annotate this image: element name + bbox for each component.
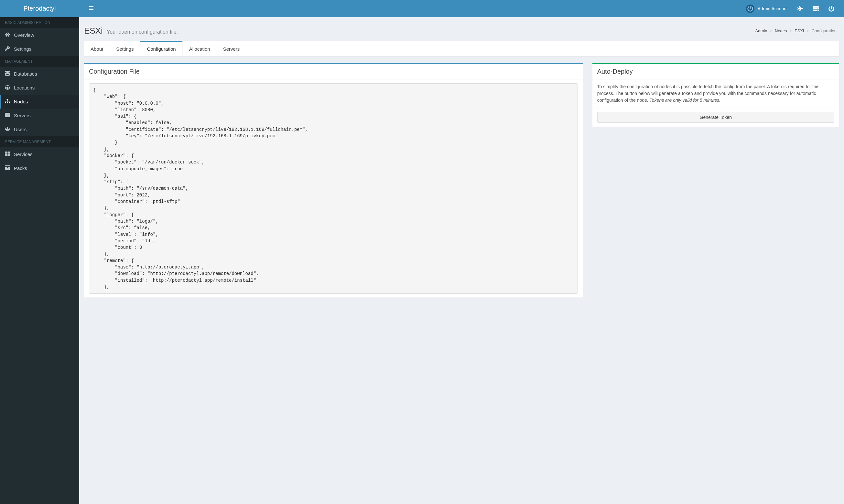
sidebar-item-label: Nodes: [14, 99, 28, 104]
wrench-icon: [5, 46, 10, 52]
sidebar-item-settings[interactable]: Settings: [0, 42, 79, 56]
users-icon: [5, 126, 10, 132]
config-file-title: Configuration File: [89, 68, 578, 75]
sidebar-item-nodes[interactable]: Nodes: [0, 95, 79, 109]
sidebar-item-locations[interactable]: Locations: [0, 81, 79, 95]
sidebar-item-label: Packs: [14, 165, 27, 171]
server-nav-button[interactable]: [808, 1, 824, 17]
auto-deploy-text: To simplify the configuration of nodes i…: [597, 83, 834, 104]
sidebar-item-label: Users: [14, 127, 27, 132]
sidebar-item-users[interactable]: Users: [0, 123, 79, 136]
sidebar-item-services[interactable]: Services: [0, 147, 79, 161]
tab-allocation[interactable]: Allocation: [183, 41, 217, 56]
home-icon: [5, 32, 10, 38]
brand-logo[interactable]: Pterodactyl: [0, 0, 79, 17]
breadcrumb-link[interactable]: Admin: [755, 29, 768, 33]
breadcrumb-item: Admin: [755, 29, 772, 33]
bars-icon: [89, 5, 93, 11]
sidebar-item-label: Databases: [14, 71, 37, 76]
auto-deploy-box: Auto-Deploy To simplify the configuratio…: [592, 63, 839, 127]
power-icon: [747, 6, 753, 12]
server-icon: [813, 6, 819, 12]
sidebar-item-label: Services: [14, 151, 33, 157]
user-name: Admin Account: [758, 6, 788, 11]
breadcrumb: AdminNodesESXiConfiguration: [755, 29, 839, 33]
sitemap-icon: [5, 98, 10, 105]
database-icon: [5, 71, 10, 77]
breadcrumb-item: Nodes: [775, 29, 792, 33]
breadcrumb-link[interactable]: ESXi: [794, 29, 804, 33]
sidebar-item-servers[interactable]: Servers: [0, 109, 79, 123]
sidebar-item-databases[interactable]: Databases: [0, 67, 79, 81]
exit-admin-button[interactable]: [793, 1, 808, 17]
tab-about[interactable]: About: [84, 41, 110, 56]
sidebar-section-header: SERVICE MANAGEMENT: [0, 136, 79, 147]
main-sidebar: BASIC ADMINISTRATIONOverviewSettingsMANA…: [0, 17, 79, 504]
th-large-icon: [5, 151, 10, 157]
sidebar-section-header: BASIC ADMINISTRATION: [0, 17, 79, 28]
sidebar-item-packs[interactable]: Packs: [0, 161, 79, 175]
globe-icon: [5, 85, 10, 91]
sidebar-toggle[interactable]: [84, 0, 98, 17]
avatar: [746, 4, 754, 13]
server-icon: [5, 112, 10, 119]
sidebar-item-label: Settings: [14, 46, 31, 52]
tab-configuration[interactable]: Configuration: [140, 41, 183, 56]
page-subtitle: Your daemon configuration file.: [107, 29, 178, 35]
page-title: ESXi Your daemon configuration file.: [84, 26, 178, 36]
logout-button[interactable]: [824, 1, 839, 17]
sidebar-item-overview[interactable]: Overview: [0, 28, 79, 42]
breadcrumb-link[interactable]: Nodes: [775, 29, 787, 33]
tabs-container: AboutSettingsConfigurationAllocationServ…: [84, 41, 839, 56]
sidebar-section-header: MANAGEMENT: [0, 56, 79, 67]
sidebar-item-label: Locations: [14, 85, 35, 90]
archive-icon: [5, 165, 10, 171]
breadcrumb-item: ESXi: [794, 29, 809, 33]
config-json: { "web": { "host": "0.0.0.0", "listen": …: [89, 83, 578, 294]
config-file-box: Configuration File { "web": { "host": "0…: [84, 63, 583, 298]
breadcrumb-item: Configuration: [812, 29, 839, 33]
tab-settings[interactable]: Settings: [110, 41, 140, 56]
sidebar-item-label: Servers: [14, 113, 31, 118]
sidebar-item-label: Overview: [14, 32, 34, 38]
plane-icon: [797, 6, 803, 12]
power-icon: [828, 6, 834, 12]
tab-servers[interactable]: Servers: [217, 41, 246, 56]
generate-token-button[interactable]: Generate Token: [597, 112, 834, 123]
auto-deploy-title: Auto-Deploy: [597, 68, 834, 75]
user-menu[interactable]: Admin Account: [741, 1, 793, 16]
